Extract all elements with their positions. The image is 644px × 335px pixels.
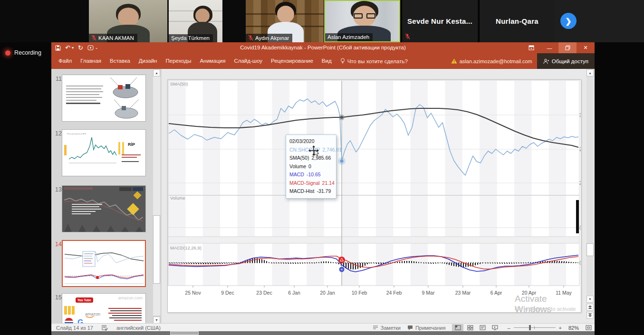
slide-sorter-view-button[interactable]	[464, 324, 476, 332]
slideshow-view-button[interactable]	[489, 324, 500, 332]
scrollbar-track[interactable]	[586, 77, 594, 295]
tooltip-date: 02/03/2020	[289, 137, 333, 146]
svg-text:2: 2	[579, 147, 581, 152]
touch-mode-icon[interactable]	[87, 45, 94, 51]
tab-animations[interactable]: Анимация	[195, 53, 230, 69]
language-indicator[interactable]: английский (США)	[116, 325, 161, 331]
next-slide-button[interactable]	[586, 312, 594, 319]
recording-label: Recording	[14, 49, 41, 56]
video-tile-kaan[interactable]: KAAN AKMAN	[89, 0, 167, 42]
scroll-down-button[interactable]: ▼	[153, 316, 160, 323]
tab-transitions[interactable]: Переходы	[161, 53, 195, 69]
svg-text:6 Jan: 6 Jan	[288, 290, 300, 296]
undo-dropdown-icon[interactable]: ▾	[72, 46, 74, 50]
previous-slide-button[interactable]	[586, 304, 594, 311]
svg-text:9 Mar: 9 Mar	[422, 290, 435, 296]
tab-view[interactable]: Вид	[317, 53, 336, 69]
taskbar-peek-box[interactable]	[170, 331, 199, 335]
video-tile-aydin[interactable]: Aydın Akpınar	[246, 0, 324, 42]
svg-text:6 Apr: 6 Apr	[490, 290, 502, 296]
tab-insert[interactable]: Вставка	[106, 53, 135, 69]
tab-review[interactable]: Рецензирование	[267, 53, 317, 69]
undo-icon[interactable]: ↶	[65, 45, 70, 51]
svg-text:Volume: Volume	[170, 195, 185, 201]
mouse-cursor-icon	[308, 145, 320, 157]
thumbnail-cartoon	[106, 77, 144, 120]
scroll-up-button[interactable]: ▲	[586, 69, 594, 77]
participant-tile-sevde[interactable]: Sevde Nur Kesta...	[401, 0, 478, 42]
share-label: Общий доступ	[552, 58, 588, 64]
ribbon-tab-bar: Файл Главная Вставка Дизайн Переходы Ани…	[51, 53, 595, 69]
save-icon[interactable]	[55, 45, 61, 51]
recording-indicator: Recording	[5, 49, 41, 56]
zoom-slider[interactable]: – +	[507, 325, 562, 331]
share-person-icon	[543, 58, 549, 64]
slide-number-selected: 14	[54, 241, 62, 248]
tab-design[interactable]: Дизайн	[135, 53, 162, 69]
zoom-in-button[interactable]: +	[559, 325, 562, 331]
participant-name: Aslan Azimzadeh	[327, 34, 369, 40]
tell-me-search[interactable]: Что вы хотите сделать?	[336, 58, 412, 64]
slide-thumbnail-15[interactable]: amazon.com You Tube G amazon	[62, 293, 146, 323]
current-slide[interactable]: SMA(50)VolumeMACD(12,26,9)3220025 Nov9 D…	[167, 79, 581, 313]
editor-scrollbar[interactable]: ▲ ▼	[586, 69, 594, 323]
tab-slideshow[interactable]: Слайд-шоу	[230, 53, 267, 69]
tab-home[interactable]: Главная	[76, 53, 106, 69]
tab-file[interactable]: Файл	[54, 53, 76, 69]
video-participant-strip: KAAN AKMAN Şeyda Türkmen Aydın Akpınar	[0, 0, 644, 42]
slide-thumbnail-13[interactable]	[62, 185, 146, 232]
mic-muted-icon	[248, 35, 253, 41]
recording-dot-icon	[5, 50, 10, 56]
participant-name: KAAN AKMAN	[98, 35, 134, 41]
account-info[interactable]: aslan.azimozade@hotmail.com	[451, 58, 532, 64]
participant-name: Şeyda Türkmen	[171, 35, 210, 41]
svg-text:G: G	[77, 318, 83, 323]
svg-text:20 Jan: 20 Jan	[320, 290, 335, 296]
thumbnail-scrollbar[interactable]: ▲ ▼	[153, 69, 161, 323]
slide-editor-area[interactable]: SMA(50)VolumeMACD(12,26,9)3220025 Nov9 D…	[162, 69, 595, 323]
redo-icon[interactable]: ↻	[78, 45, 83, 51]
customize-quick-access-icon[interactable]: ⌄	[95, 46, 98, 50]
slide-thumbnail-11[interactable]	[62, 75, 146, 122]
notes-toggle[interactable]: Заметки	[373, 325, 401, 331]
slide-counter[interactable]: Слайд 14 из 17	[56, 325, 93, 331]
reading-view-button[interactable]	[477, 324, 488, 332]
normal-view-button[interactable]	[452, 324, 463, 332]
maximize-button[interactable]	[558, 42, 577, 53]
scrollbar-thumb[interactable]	[586, 243, 594, 256]
video-tile-aslan-active-speaker[interactable]: Aslan Azimzadeh	[324, 0, 400, 42]
mic-muted-icon	[405, 33, 410, 39]
scrollbar-thumb[interactable]	[153, 215, 160, 284]
ribbon-display-options-button[interactable]	[522, 42, 540, 53]
svg-text:2: 2	[579, 181, 581, 186]
brand-watermark: amazon.com	[118, 296, 143, 300]
title-bar[interactable]: ↶ ▾ ↻ ⌄ Covid19 Akademikkaynak - PowerPo…	[51, 42, 595, 53]
video-tile-seyda[interactable]: Şeyda Türkmen	[169, 0, 222, 42]
comments-toggle[interactable]: Примечания	[407, 325, 446, 331]
spell-check-icon	[102, 325, 108, 331]
participant-name-tag: Şeyda Türkmen	[169, 34, 213, 42]
spell-check-indicator[interactable]	[102, 325, 108, 331]
zoom-out-button[interactable]: –	[507, 325, 510, 331]
slide-thumbnail-12[interactable]: Price per barrel of WTI RİP	[62, 129, 146, 176]
zoom-percentage[interactable]: 82%	[568, 325, 579, 331]
fit-slide-to-window-icon[interactable]	[586, 325, 592, 330]
zoom-slider-handle[interactable]	[529, 325, 531, 330]
close-button[interactable]: ✕	[577, 42, 595, 53]
mic-muted-icon	[91, 35, 96, 41]
participant-name-tag: Aslan Azimzadeh	[325, 33, 373, 41]
minimize-button[interactable]: —	[540, 42, 558, 53]
notes-icon	[373, 325, 378, 330]
screen: KAAN AKMAN Şeyda Türkmen Aydın Akpınar	[0, 0, 644, 335]
scroll-up-button[interactable]: ▲	[153, 69, 160, 77]
window-controls: — ✕	[522, 42, 595, 53]
scroll-down-button[interactable]: ▼	[586, 296, 594, 303]
share-button[interactable]: Общий доступ	[537, 53, 595, 69]
avatar	[277, 6, 294, 23]
next-participants-button[interactable]: ❯	[560, 13, 577, 29]
tell-me-label: Что вы хотите сделать?	[347, 58, 408, 64]
chart-tooltip: 02/03/2020 CN.SHCOMP2,746.61 SMA(50)2,98…	[286, 134, 336, 199]
slide-thumbnail-14-selected[interactable]	[62, 240, 146, 287]
svg-text:MACD(12,26,9): MACD(12,26,9)	[170, 245, 202, 250]
participant-tile-nurlan[interactable]: Nurlan-Qara	[479, 0, 555, 42]
